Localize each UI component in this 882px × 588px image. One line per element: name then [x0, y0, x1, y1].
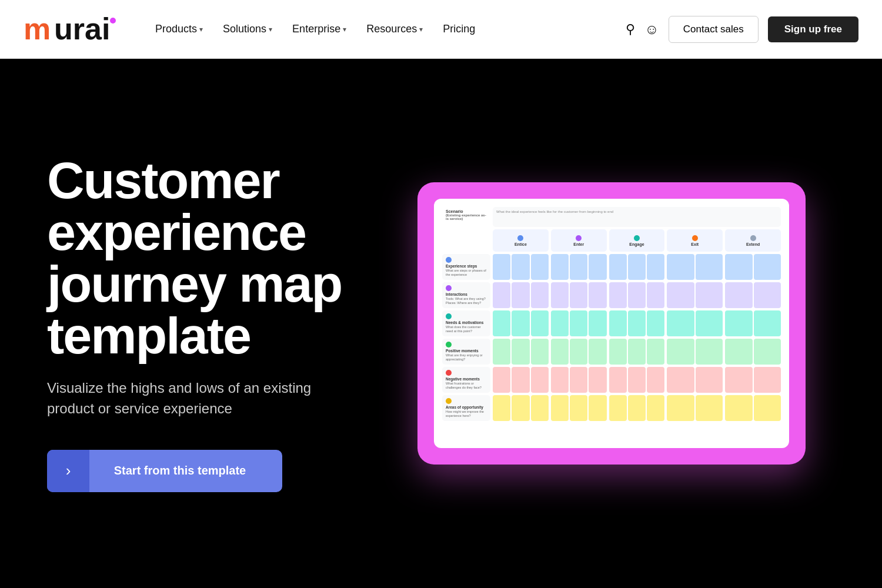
ng-exit [667, 367, 723, 393]
n-engage [609, 310, 665, 336]
n-exit [667, 310, 723, 336]
cell [551, 395, 569, 421]
cell [531, 310, 549, 336]
i-enter [551, 282, 607, 308]
interactions-icon [446, 285, 452, 291]
p-extend [725, 339, 781, 365]
cell [493, 367, 510, 393]
cell [609, 339, 627, 365]
cell [754, 367, 781, 393]
cell [696, 282, 723, 308]
cell [754, 254, 781, 280]
journey-map-table: Scenario (Existing experience as-is serv… [442, 207, 781, 440]
es-extend-cells [725, 254, 781, 280]
cell [531, 282, 549, 308]
negative-moments-label: Negative moments What frustrations or ch… [442, 367, 490, 393]
p-entice [493, 339, 549, 365]
nav-resources[interactable]: Resources ▾ [358, 18, 431, 40]
contact-sales-button[interactable]: Contact sales [669, 16, 759, 43]
sign-up-button[interactable]: Sign up free [768, 16, 858, 42]
scenario-content: What the ideal experience feels like for… [493, 207, 781, 227]
o-engage [609, 395, 665, 421]
cell [667, 339, 694, 365]
cell [531, 254, 549, 280]
cell [551, 254, 569, 280]
cell [589, 367, 606, 393]
cell [570, 254, 587, 280]
positive-icon [446, 342, 452, 348]
ng-entice [493, 367, 549, 393]
cell [667, 282, 694, 308]
opportunity-cells [493, 395, 781, 421]
cell [551, 339, 569, 365]
search-icon[interactable]: ⚲ [626, 22, 635, 37]
experience-steps-label: Experience steps What are steps or phase… [442, 254, 490, 280]
cell [628, 367, 646, 393]
p-enter [551, 339, 607, 365]
cell [570, 367, 587, 393]
chevron-down-icon: ▾ [343, 25, 346, 34]
nav-enterprise[interactable]: Enterprise ▾ [284, 18, 355, 40]
column-headers: Entice Enter [442, 229, 781, 252]
svg-text:urai: urai [54, 15, 110, 44]
cell [570, 310, 587, 336]
header-extend: Extend [725, 229, 781, 252]
negative-icon [446, 370, 452, 376]
header: m urai Products ▾ Solutions ▾ Enterprise… [0, 0, 882, 59]
experience-steps-cells [493, 254, 781, 280]
cell [667, 254, 694, 280]
cell [512, 367, 529, 393]
cell [725, 339, 752, 365]
n-enter [551, 310, 607, 336]
ng-engage [609, 367, 665, 393]
cell [667, 395, 694, 421]
start-template-button[interactable]: › Start from this template [47, 450, 282, 492]
nav-solutions[interactable]: Solutions ▾ [215, 18, 280, 40]
user-icon[interactable]: ☺ [644, 21, 659, 38]
nav-products[interactable]: Products ▾ [147, 18, 211, 40]
cell [512, 282, 529, 308]
cell [725, 310, 752, 336]
cell [570, 339, 587, 365]
scenario-label: Scenario (Existing experience as-is serv… [442, 207, 490, 227]
cell [493, 254, 510, 280]
hero-content: Customer experience journey map template… [47, 155, 388, 492]
es-engage-cells [609, 254, 665, 280]
hero-title: Customer experience journey map template [47, 155, 365, 362]
section-extend: Extend [725, 229, 781, 252]
enter-icon [576, 235, 582, 241]
cell [589, 395, 606, 421]
main-nav: Products ▾ Solutions ▾ Enterprise ▾ Reso… [147, 18, 626, 40]
cell [667, 367, 694, 393]
cell [512, 339, 529, 365]
cell [551, 367, 569, 393]
arrow-icon: › [47, 450, 89, 492]
cell [725, 395, 752, 421]
es-entice-cells [493, 254, 549, 280]
logo[interactable]: m urai [24, 15, 118, 44]
header-exit: Exit [667, 229, 723, 252]
experience-steps-icon [446, 257, 452, 263]
cell [551, 282, 569, 308]
cell [628, 310, 646, 336]
positive-moments-label: Positive moments What are they enjoying … [442, 339, 490, 365]
cta-label: Start from this template [89, 464, 282, 477]
cell [531, 395, 549, 421]
p-engage [609, 339, 665, 365]
nav-pricing[interactable]: Pricing [435, 18, 483, 40]
cell [570, 395, 587, 421]
o-exit [667, 395, 723, 421]
ng-extend [725, 367, 781, 393]
cell [754, 339, 781, 365]
row-label-spacer [442, 229, 490, 252]
interactions-row: Interactions Tools: What are they using?… [442, 282, 781, 308]
cell [531, 339, 549, 365]
o-extend [725, 395, 781, 421]
positive-cells [493, 339, 781, 365]
ng-enter [551, 367, 607, 393]
negative-cells [493, 367, 781, 393]
cell [647, 367, 664, 393]
cell [725, 282, 752, 308]
cell [609, 310, 627, 336]
cell [512, 395, 529, 421]
